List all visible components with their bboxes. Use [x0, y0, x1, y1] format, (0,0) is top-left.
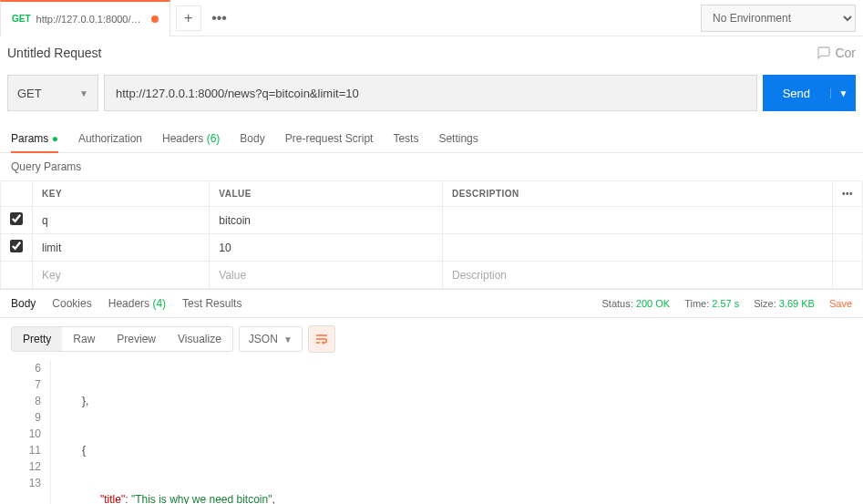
table-row[interactable]: limit 10: [1, 234, 863, 262]
param-value[interactable]: bitcoin: [210, 207, 443, 234]
response-body[interactable]: 678910111213141516 }, { "title": "This i…: [0, 360, 863, 504]
view-pretty[interactable]: Pretty: [12, 327, 62, 351]
tab-settings[interactable]: Settings: [438, 132, 478, 145]
send-label: Send: [763, 87, 830, 100]
request-tab[interactable]: GET http://127.0.0.1:8000/news?q=b...: [0, 0, 170, 36]
wrap-lines-button[interactable]: [308, 325, 335, 353]
wrap-icon: [314, 333, 329, 345]
tab-tests[interactable]: Tests: [393, 132, 418, 145]
col-value: VALUE: [210, 181, 443, 207]
more-tabs-button[interactable]: •••: [207, 5, 232, 31]
line-gutter: 678910111213141516: [0, 360, 51, 504]
tab-title: http://127.0.0.1:8000/news?q=b...: [36, 14, 146, 25]
size-label: Size: 3.69 KB: [754, 298, 815, 309]
status-label: Status: 200 OK: [602, 298, 671, 309]
tab-authorization[interactable]: Authorization: [78, 132, 142, 145]
table-row-empty[interactable]: Key Value Description: [1, 262, 863, 289]
param-desc[interactable]: [442, 234, 832, 262]
tab-params[interactable]: Params ●: [11, 132, 58, 145]
code-source: }, { "title": "This is why we need bitco…: [51, 360, 863, 504]
send-button[interactable]: Send ▼: [763, 75, 856, 111]
url-input-wrapper[interactable]: [104, 75, 757, 111]
environment-selector[interactable]: No Environment: [701, 5, 856, 32]
new-tab-button[interactable]: +: [176, 5, 201, 31]
params-table: KEY VALUE DESCRIPTION ••• q bitcoin limi…: [0, 180, 863, 289]
response-tab-tests[interactable]: Test Results: [182, 297, 241, 310]
environment-select[interactable]: No Environment: [701, 5, 856, 32]
param-checkbox[interactable]: [10, 240, 23, 252]
url-input[interactable]: [116, 87, 745, 100]
params-subtitle: Query Params: [0, 153, 863, 180]
method-value: GET: [17, 87, 42, 100]
comments-label[interactable]: Cor: [835, 46, 856, 60]
tab-body[interactable]: Body: [240, 132, 264, 145]
comment-icon: [817, 46, 831, 60]
col-key: KEY: [33, 181, 210, 207]
response-tab-headers[interactable]: Headers (4): [108, 297, 166, 310]
response-tab-body[interactable]: Body: [11, 297, 36, 310]
view-raw[interactable]: Raw: [62, 327, 106, 351]
method-selector[interactable]: GET ▼: [7, 75, 98, 111]
format-selector[interactable]: JSON▼: [239, 326, 303, 352]
table-row[interactable]: q bitcoin: [1, 207, 863, 234]
col-desc: DESCRIPTION: [442, 181, 832, 207]
param-desc[interactable]: [442, 207, 832, 234]
view-segment: Pretty Raw Preview Visualize: [11, 326, 233, 352]
chevron-down-icon: ▼: [283, 334, 293, 345]
tab-headers[interactable]: Headers (6): [162, 132, 220, 145]
param-value[interactable]: 10: [210, 234, 443, 262]
unsaved-dot-icon: [151, 15, 159, 23]
param-desc-placeholder[interactable]: Description: [442, 262, 832, 289]
param-checkbox[interactable]: [10, 212, 23, 225]
param-key-placeholder[interactable]: Key: [33, 262, 210, 289]
save-response-button[interactable]: Save: [829, 298, 852, 309]
param-key[interactable]: limit: [33, 234, 210, 262]
col-options[interactable]: •••: [832, 181, 862, 207]
chevron-down-icon: ▼: [79, 88, 88, 98]
time-label: Time: 2.57 s: [684, 298, 739, 309]
tab-prerequest[interactable]: Pre-request Script: [285, 132, 374, 145]
request-title: Untitled Request: [7, 46, 102, 60]
param-key[interactable]: q: [33, 207, 210, 234]
send-dropdown[interactable]: ▼: [830, 88, 856, 98]
tab-method: GET: [12, 14, 31, 24]
view-visualize[interactable]: Visualize: [167, 327, 232, 351]
param-value-placeholder[interactable]: Value: [210, 262, 443, 289]
view-preview[interactable]: Preview: [106, 327, 167, 351]
response-tab-cookies[interactable]: Cookies: [52, 297, 91, 310]
